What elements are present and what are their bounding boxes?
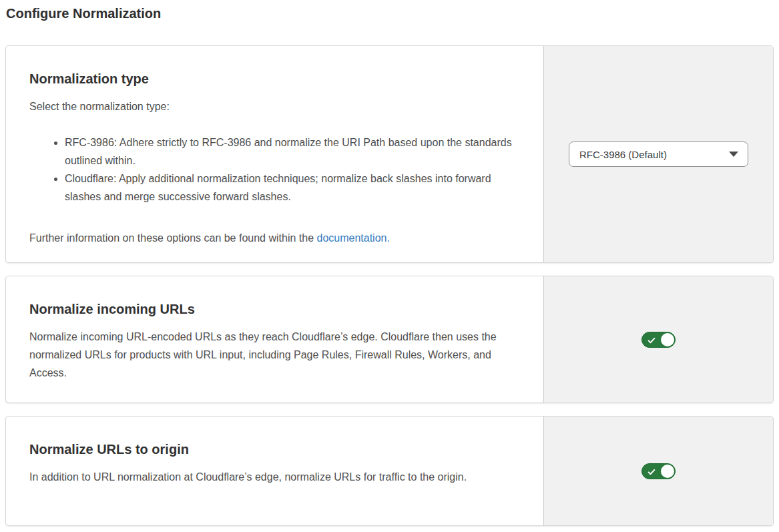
- normalization-type-options-list: RFC-3986: Adhere strictly to RFC-3986 an…: [29, 134, 517, 206]
- normalization-type-control-panel: RFC-3986 (Default): [543, 46, 773, 262]
- normalize-incoming-urls-heading: Normalize incoming URLs: [29, 300, 517, 318]
- check-icon: [647, 467, 656, 477]
- normalize-urls-to-origin-toggle[interactable]: [641, 463, 676, 479]
- normalization-type-content: Normalization type Select the normalizat…: [6, 46, 543, 262]
- toggle-knob: [661, 333, 674, 346]
- list-item-cloudflare: Cloudflare: Apply additional normalizati…: [65, 170, 517, 206]
- normalization-type-select[interactable]: RFC-3986 (Default): [569, 142, 748, 167]
- list-item-rfc3986: RFC-3986: Adhere strictly to RFC-3986 an…: [65, 134, 517, 170]
- normalization-type-heading: Normalization type: [29, 70, 517, 87]
- normalize-incoming-urls-toggle[interactable]: [641, 332, 676, 348]
- normalization-type-card: Normalization type Select the normalizat…: [5, 45, 774, 263]
- normalization-type-footer: Further information on these options can…: [29, 230, 517, 246]
- normalize-urls-to-origin-card: Normalize URLs to origin In addition to …: [5, 416, 774, 526]
- documentation-link[interactable]: documentation: [316, 232, 386, 244]
- page-title: Configure Normalization: [6, 5, 779, 21]
- normalize-incoming-urls-description: Normalize incoming URL-encoded URLs as t…: [29, 328, 513, 382]
- normalize-urls-to-origin-control-panel: [543, 417, 773, 525]
- normalize-incoming-urls-card: Normalize incoming URLs Normalize incomi…: [5, 276, 774, 403]
- toggle-knob: [661, 465, 674, 478]
- footer-suffix: .: [386, 232, 389, 244]
- check-icon: [647, 336, 656, 345]
- normalize-incoming-urls-content: Normalize incoming URLs Normalize incomi…: [6, 276, 543, 403]
- normalize-incoming-urls-control-panel: [543, 276, 773, 403]
- normalize-urls-to-origin-heading: Normalize URLs to origin: [29, 441, 517, 458]
- normalize-urls-to-origin-content: Normalize URLs to origin In addition to …: [6, 417, 543, 525]
- normalization-type-intro: Select the normalization type:: [29, 97, 513, 115]
- normalize-urls-to-origin-description: In addition to URL normalization at Clou…: [29, 468, 513, 486]
- footer-text: Further information on these options can…: [29, 232, 316, 244]
- chevron-down-icon: [729, 152, 738, 157]
- normalization-type-select-value: RFC-3986 (Default): [579, 149, 667, 160]
